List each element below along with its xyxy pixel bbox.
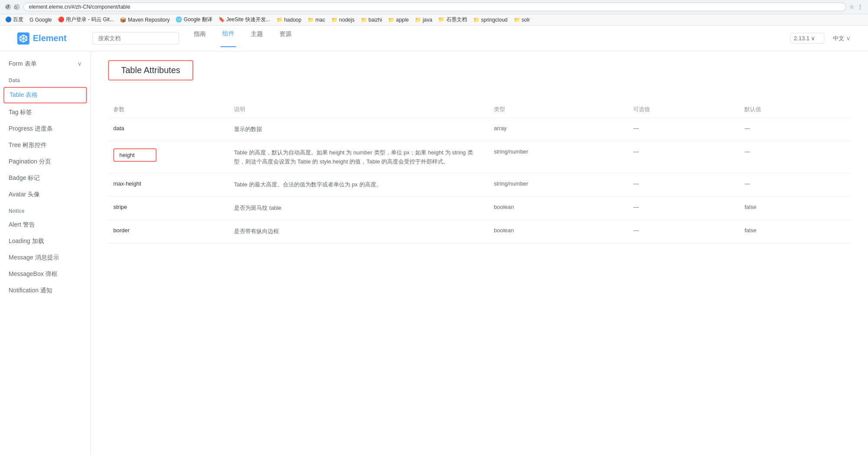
table-row: data 显示的数据 array — — bbox=[108, 118, 851, 141]
sidebar-item-alert[interactable]: Alert 警告 bbox=[0, 217, 90, 233]
optional-height: — bbox=[628, 141, 740, 173]
browser-controls: ↺ ⌂ bbox=[5, 4, 20, 10]
logo[interactable]: Element bbox=[17, 32, 67, 45]
sidebar-item-form[interactable]: Form 表单 ∨ bbox=[0, 56, 90, 72]
sidebar-item-badge[interactable]: Badge 标记 bbox=[0, 170, 90, 186]
browser-bar: ↺ ⌂ element.eleme.cn/#/zh-CN/component/t… bbox=[0, 0, 868, 14]
bookmark-hadoop[interactable]: 📁 hadoop bbox=[276, 17, 301, 23]
table-row: height Table 的高度，默认为自动高度。如果 height 为 num… bbox=[108, 141, 851, 173]
col-header-default: 默认值 bbox=[739, 101, 851, 118]
bookmark-muyun[interactable]: 🔴 用户登录 - 码云 Git... bbox=[58, 16, 114, 23]
sidebar-item-progress[interactable]: Progress 进度条 bbox=[0, 121, 90, 137]
col-header-type: 类型 bbox=[489, 101, 628, 118]
sidebar-item-table[interactable]: Table 表格 bbox=[3, 87, 87, 103]
nav-resources[interactable]: 资源 bbox=[278, 30, 293, 47]
default-border: false bbox=[739, 220, 851, 243]
highlighted-param-height: height bbox=[113, 148, 157, 162]
param-border: border bbox=[108, 220, 229, 243]
content-area: Table Attributes 参数 说明 类型 可选值 默认值 data 显… bbox=[91, 51, 868, 455]
bookmark-jeesite[interactable]: 🔖 JeeSite 快速开发... bbox=[218, 16, 270, 23]
param-stripe: stripe bbox=[108, 197, 229, 220]
search-input[interactable] bbox=[93, 32, 179, 45]
col-header-desc: 说明 bbox=[229, 101, 489, 118]
sidebar-item-loading[interactable]: Loading 加载 bbox=[0, 233, 90, 250]
form-arrow-icon: ∨ bbox=[77, 60, 82, 67]
version-select[interactable]: 2.13.1 ∨ bbox=[790, 33, 825, 44]
default-stripe: false bbox=[739, 197, 851, 220]
attributes-table: 参数 说明 类型 可选值 默认值 data 显示的数据 array — — bbox=[108, 101, 851, 244]
sidebar-section-data: Data bbox=[0, 72, 90, 86]
bookmark-springcloud[interactable]: 📁 springcloud bbox=[473, 17, 508, 23]
default-maxheight: — bbox=[739, 173, 851, 197]
type-height: string/number bbox=[489, 141, 628, 173]
desc-data: 显示的数据 bbox=[229, 118, 489, 141]
desc-border: 是否带有纵向边框 bbox=[229, 220, 489, 243]
sidebar-item-message[interactable]: Message 消息提示 bbox=[0, 250, 90, 266]
browser-menu-icon[interactable]: ⋮ bbox=[858, 4, 863, 10]
sidebar-item-tree[interactable]: Tree 树形控件 bbox=[0, 137, 90, 154]
sidebar-item-pagination[interactable]: Pagination 分页 bbox=[0, 154, 90, 170]
bookmark-google[interactable]: G Google bbox=[29, 17, 51, 23]
type-data: array bbox=[489, 118, 628, 141]
bookmark-java[interactable]: 📁 java bbox=[415, 17, 432, 23]
bookmark-baidu[interactable]: 🔵 百度 bbox=[5, 16, 23, 23]
optional-stripe: — bbox=[628, 197, 740, 220]
logo-icon bbox=[17, 32, 29, 45]
type-stripe: boolean bbox=[489, 197, 628, 220]
nav-guide[interactable]: 指南 bbox=[192, 30, 208, 47]
sidebar-section-notice: Notice bbox=[0, 203, 90, 217]
logo-text: Element bbox=[33, 33, 67, 43]
nav-links: 指南 组件 主题 资源 bbox=[192, 30, 790, 47]
bookmark-apple[interactable]: 📁 apple bbox=[388, 17, 409, 23]
col-header-optional: 可选值 bbox=[628, 101, 740, 118]
desc-height: Table 的高度，默认为自动高度。如果 height 为 number 类型，… bbox=[229, 141, 489, 173]
table-row: stripe 是否为斑马纹 table boolean — false bbox=[108, 197, 851, 220]
bookmark-gtranslate[interactable]: 🌐 Google 翻译 bbox=[176, 16, 212, 23]
browser-reload-btn[interactable]: ↺ bbox=[5, 4, 11, 10]
bookmarks-bar: 🔵 百度 G Google 🔴 用户登录 - 码云 Git... 📦 Maven… bbox=[0, 14, 868, 26]
bookmark-nodejs[interactable]: 📁 nodejs bbox=[331, 17, 355, 23]
bookmark-mac[interactable]: 📁 mac bbox=[307, 17, 325, 23]
type-maxheight: string/number bbox=[489, 173, 628, 197]
param-height: height bbox=[108, 141, 229, 173]
bookmark-maven[interactable]: 📦 Maven Repository bbox=[120, 17, 170, 23]
col-header-param: 参数 bbox=[108, 101, 229, 118]
desc-maxheight: Table 的最大高度。合法的值为数字或者单位为 px 的高度。 bbox=[229, 173, 489, 197]
optional-maxheight: — bbox=[628, 173, 740, 197]
sidebar-item-tag[interactable]: Tag 标签 bbox=[0, 104, 90, 121]
sidebar-item-messagebox[interactable]: MessageBox 弹框 bbox=[0, 266, 90, 282]
bookmark-solr[interactable]: 📁 solr bbox=[514, 17, 530, 23]
sidebar-item-notification[interactable]: Notification 通知 bbox=[0, 282, 90, 299]
lang-select[interactable]: 中文 ∨ bbox=[833, 35, 851, 42]
optional-data: — bbox=[628, 118, 740, 141]
param-maxheight: max-height bbox=[108, 173, 229, 197]
browser-star-icon[interactable]: ☆ bbox=[849, 4, 854, 10]
param-data: data bbox=[108, 118, 229, 141]
optional-border: — bbox=[628, 220, 740, 243]
type-border: boolean bbox=[489, 220, 628, 243]
main-layout: Form 表单 ∨ Data Table 表格 Tag 标签 Progress … bbox=[0, 51, 868, 455]
site-header: Element 指南 组件 主题 资源 2.13.1 ∨ 中文 ∨ bbox=[0, 26, 868, 51]
default-data: — bbox=[739, 118, 851, 141]
sidebar-item-avatar[interactable]: Avatar 头像 bbox=[0, 186, 90, 203]
nav-components[interactable]: 组件 bbox=[221, 30, 236, 47]
nav-right: 2.13.1 ∨ 中文 ∨ bbox=[790, 33, 851, 44]
browser-home-btn[interactable]: ⌂ bbox=[14, 4, 20, 10]
sidebar: Form 表单 ∨ Data Table 表格 Tag 标签 Progress … bbox=[0, 51, 91, 455]
default-height: — bbox=[739, 141, 851, 173]
section-title: Table Attributes bbox=[108, 60, 193, 80]
bookmark-baizhi[interactable]: 📁 baizhi bbox=[361, 17, 382, 23]
table-row: max-height Table 的最大高度。合法的值为数字或者单位为 px 的… bbox=[108, 173, 851, 197]
bookmark-shimo[interactable]: 📁 石墨文档 bbox=[438, 16, 467, 23]
address-bar[interactable]: element.eleme.cn/#/zh-CN/component/table bbox=[23, 3, 846, 11]
table-row: border 是否带有纵向边框 boolean — false bbox=[108, 220, 851, 243]
desc-stripe: 是否为斑马纹 table bbox=[229, 197, 489, 220]
nav-theme[interactable]: 主题 bbox=[249, 30, 265, 47]
